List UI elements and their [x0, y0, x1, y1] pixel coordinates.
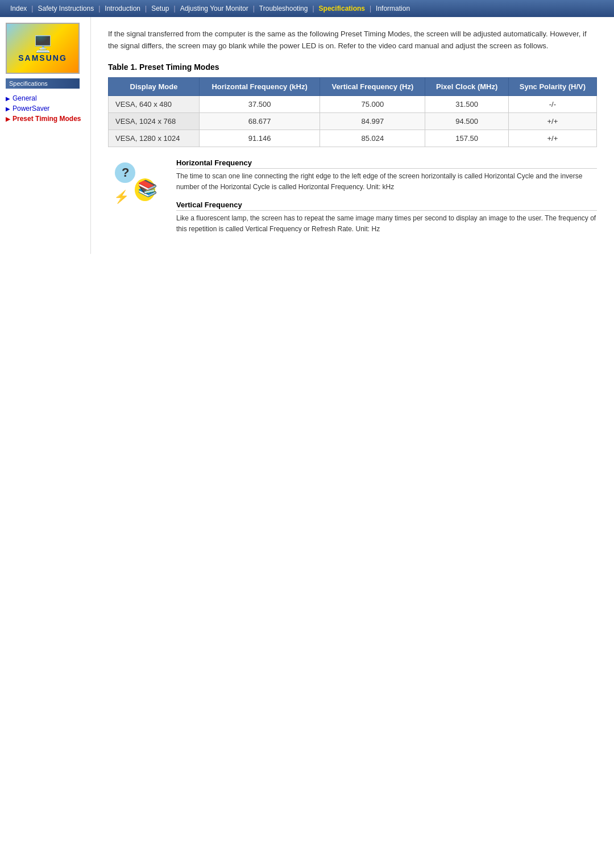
td-v-freq-1: 84.997	[320, 112, 425, 130]
table-header-row: Display Mode Horizontal Frequency (kHz) …	[109, 77, 597, 95]
nav-troubleshooting[interactable]: Troubleshooting	[255, 3, 313, 14]
th-display-mode: Display Mode	[109, 77, 200, 95]
vertical-freq-section: Vertical Frequency Like a fluorescent la…	[176, 201, 597, 235]
td-sync-2: +/+	[508, 130, 596, 147]
nav-adjusting[interactable]: Adjusting Your Monitor	[176, 3, 253, 14]
preset-timing-table: Display Mode Horizontal Frequency (kHz) …	[108, 77, 597, 147]
td-v-freq-2: 85.024	[320, 130, 425, 147]
nav-safety[interactable]: Safety Instructions	[33, 3, 98, 14]
sidebar-label-general: General	[13, 94, 37, 102]
sidebar-label-preset: Preset Timing Modes	[13, 115, 81, 123]
info-text-block: Horizontal Frequency The time to scan on…	[176, 158, 597, 243]
td-display-mode-0: VESA, 640 x 480	[109, 95, 200, 112]
nav-specifications[interactable]: Specifications	[314, 3, 370, 14]
samsung-logo-text: SAMSUNG	[18, 53, 67, 62]
th-h-freq: Horizontal Frequency (kHz)	[200, 77, 320, 95]
sidebar: 🖥️ SAMSUNG Specifications ▶ General ▶ Po…	[0, 17, 91, 254]
td-pixel-clock-2: 157.50	[425, 130, 508, 147]
table-title: Table 1. Preset Timing Modes	[108, 62, 597, 72]
main-content: If the signal transferred from the compu…	[91, 17, 614, 254]
sidebar-label-powersaver: PowerSaver	[13, 105, 49, 112]
arrow-icon-general: ▶	[6, 95, 10, 102]
vertical-freq-desc: Like a fluorescent lamp, the screen has …	[176, 213, 597, 235]
svg-text:?: ?	[122, 165, 129, 180]
vertical-freq-title: Vertical Frequency	[176, 201, 597, 211]
th-sync: Sync Polarity (H/V)	[508, 77, 596, 95]
svg-text:📚: 📚	[138, 179, 157, 198]
td-sync-0: -/-	[508, 95, 596, 112]
sidebar-item-powersaver[interactable]: ▶ PowerSaver	[6, 105, 90, 112]
td-v-freq-0: 75.000	[320, 95, 425, 112]
info-illustration: ? 📚 ⚡	[108, 158, 165, 215]
nav-index[interactable]: Index	[6, 3, 31, 14]
td-h-freq-0: 37.500	[200, 95, 320, 112]
td-pixel-clock-0: 31.500	[425, 95, 508, 112]
illustration-svg: ? 📚 ⚡	[108, 158, 165, 215]
horizontal-freq-section: Horizontal Frequency The time to scan on…	[176, 158, 597, 193]
td-display-mode-2: VESA, 1280 x 1024	[109, 130, 200, 147]
sidebar-item-general[interactable]: ▶ General	[6, 94, 90, 102]
horizontal-freq-title: Horizontal Frequency	[176, 158, 597, 169]
table-row: VESA, 1280 x 102491.14685.024157.50+/+	[109, 130, 597, 147]
nav-information[interactable]: Information	[371, 3, 414, 14]
th-v-freq: Vertical Frequency (Hz)	[320, 77, 425, 95]
navigation-bar: Index | Safety Instructions | Introducti…	[0, 0, 614, 17]
intro-paragraph: If the signal transferred from the compu…	[108, 28, 597, 52]
td-h-freq-2: 91.146	[200, 130, 320, 147]
nav-setup[interactable]: Setup	[147, 3, 173, 14]
svg-text:⚡: ⚡	[114, 189, 130, 205]
nav-intro[interactable]: Introduction	[100, 3, 145, 14]
horizontal-freq-desc: The time to scan one line connecting the…	[176, 171, 597, 193]
th-pixel-clock: Pixel Clock (MHz)	[425, 77, 508, 95]
sidebar-item-preset-timing[interactable]: ▶ Preset Timing Modes	[6, 115, 90, 123]
specs-label: Specifications	[6, 78, 80, 89]
table-row: VESA, 640 x 48037.50075.00031.500-/-	[109, 95, 597, 112]
monitor-icon: 🖥️	[33, 35, 53, 53]
samsung-logo: 🖥️ SAMSUNG	[6, 23, 80, 74]
td-display-mode-1: VESA, 1024 x 768	[109, 112, 200, 130]
td-h-freq-1: 68.677	[200, 112, 320, 130]
td-pixel-clock-1: 94.500	[425, 112, 508, 130]
arrow-icon-powersaver: ▶	[6, 106, 10, 112]
arrow-icon-preset: ▶	[6, 116, 10, 122]
td-sync-1: +/+	[508, 112, 596, 130]
info-section: ? 📚 ⚡ Horizontal Frequency The time to s…	[108, 158, 597, 243]
sidebar-nav: ▶ General ▶ PowerSaver ▶ Preset Timing M…	[6, 94, 90, 123]
main-layout: 🖥️ SAMSUNG Specifications ▶ General ▶ Po…	[0, 17, 614, 254]
table-row: VESA, 1024 x 76868.67784.99794.500+/+	[109, 112, 597, 130]
